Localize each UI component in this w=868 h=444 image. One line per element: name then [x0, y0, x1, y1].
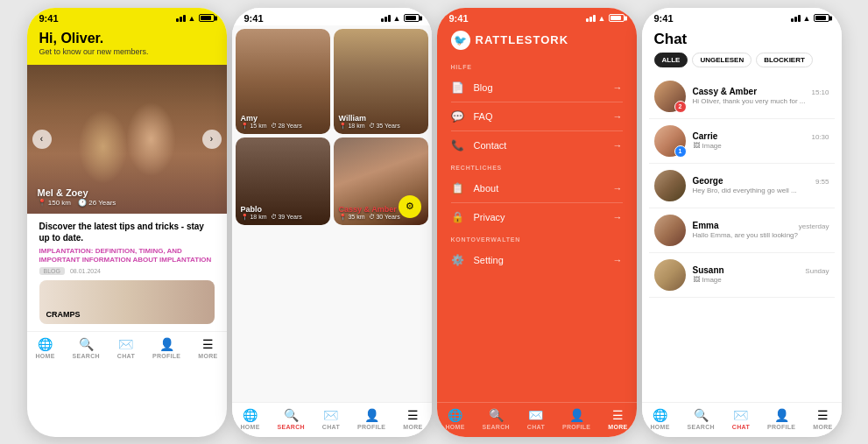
chat-item-susann[interactable]: Susann Sunday 🖼 Image: [649, 253, 835, 298]
chat-item-carrie[interactable]: 1 Carrie 10:30 🖼 Image: [649, 119, 835, 164]
nav-profile-2[interactable]: 👤 PROFILE: [357, 408, 385, 430]
home-header: Hi, Oliver. Get to know our new members.: [27, 25, 227, 65]
nav-profile-4[interactable]: 👤 PROFILE: [767, 408, 795, 430]
rattlestork-logo: 🐦: [451, 31, 470, 50]
nav-home-2[interactable]: 🌐 HOME: [240, 408, 259, 430]
chat-item-emma[interactable]: Emma yesterday Hallo Emma, are you still…: [649, 208, 835, 253]
chat-icon-1: ✉️: [118, 337, 133, 351]
menu-content: HILFE 📄 Blog → 💬 FAQ → 📞 Contact: [437, 59, 637, 402]
status-bar-2: 9:41 ▲: [232, 8, 432, 25]
nav-search-4[interactable]: 🔍 SEARCH: [688, 408, 715, 430]
nav-search-label-2: SEARCH: [278, 424, 305, 430]
phone-screen-3: 9:41 ▲ .screen3 .battery::after{backgrou…: [437, 8, 637, 437]
pablo-meta: 📍 18 km ⏱ 39 Years: [241, 214, 302, 221]
filter-alle[interactable]: ALLE: [654, 53, 688, 67]
chat-name-susann: Susann: [693, 265, 724, 275]
nav-profile-3[interactable]: 👤 PROFILE: [562, 408, 590, 430]
profile-william[interactable]: William 📍 18 km ⏱ 35 Years: [334, 29, 428, 134]
profile-pablo[interactable]: Pablo 📍 18 km ⏱ 39 Years: [236, 137, 330, 225]
menu-blog[interactable]: 📄 Blog →: [451, 74, 623, 102]
chat-name-cassy-amber: Cassy & Amber: [693, 87, 758, 96]
pablo-distance: 📍 18 km: [241, 214, 267, 221]
setting-arrow: →: [613, 255, 623, 265]
nav-search-2[interactable]: 🔍 SEARCH: [278, 408, 305, 430]
chat-name-row-carrie: Carrie 10:30: [693, 131, 829, 141]
chat-icon-3: ✉️: [528, 408, 543, 422]
william-distance: 📍 18 km: [339, 123, 365, 130]
menu-about[interactable]: 📋 About →: [451, 174, 623, 203]
nav-more-2[interactable]: ☰ MORE: [403, 408, 422, 430]
nav-more-label-4: MORE: [813, 424, 832, 430]
signal-icon: [176, 15, 186, 22]
chat-info-cassy-amber: Cassy & Amber 15:10 Hi Oliver, thank you…: [693, 87, 829, 105]
nav-search-1[interactable]: 🔍 SEARCH: [73, 337, 100, 359]
nav-chat-4[interactable]: ✉️ CHAT: [732, 408, 750, 430]
battery-icon-2: [404, 14, 420, 22]
chat-preview-emma: Hallo Emma, are you still looking?: [693, 231, 829, 239]
carousel-prev-button[interactable]: ‹: [32, 130, 52, 149]
nav-profile-label-4: PROFILE: [767, 424, 795, 430]
nav-profile-1[interactable]: 👤 PROFILE: [152, 337, 180, 359]
nav-home-4[interactable]: 🌐 HOME: [650, 408, 669, 430]
home-icon-4: 🌐: [653, 408, 667, 422]
chat-item-cassy-amber[interactable]: 2 Cassy & Amber 15:10 Hi Oliver, thank y…: [649, 74, 835, 119]
menu-faq[interactable]: 💬 FAQ →: [451, 102, 623, 131]
article-title-link[interactable]: IMPLANTATION: DEFINITION, TIMING, AND IM…: [39, 247, 215, 265]
status-icons-1: ▲: [176, 14, 215, 23]
faq-icon: 💬: [451, 110, 465, 123]
carousel-distance: 📍 150 km: [38, 199, 71, 207]
nav-chat-2[interactable]: ✉️ CHAT: [322, 408, 340, 430]
nav-search-3[interactable]: 🔍 SEARCH: [483, 408, 510, 430]
nav-more-1[interactable]: ☰ MORE: [198, 337, 217, 359]
filter-ungelesen[interactable]: UNGELESEN: [692, 53, 752, 67]
nav-more-4[interactable]: ☰ MORE: [813, 408, 832, 430]
home-icon-3: 🌐: [448, 408, 462, 422]
cramps-label: CRAMPS: [46, 310, 81, 319]
rattlestork-header: 🐦 RATTLESTORK: [437, 25, 637, 59]
chat-item-george[interactable]: George 9:55 Hey Bro, did everything go w…: [649, 164, 835, 208]
nav-home-1[interactable]: 🌐 HOME: [35, 337, 54, 359]
nav-chat-1[interactable]: ✉️ CHAT: [117, 337, 135, 359]
avatar-george: [654, 170, 686, 201]
contact-arrow: →: [613, 140, 623, 151]
carousel-name: Mel & Zoey: [38, 187, 116, 198]
chat-header: Chat ALLE UNGELESEN BLOCKIERT: [642, 25, 842, 74]
menu-privacy[interactable]: 🔒 Privacy →: [451, 203, 623, 231]
filter-blockiert[interactable]: BLOCKIERT: [756, 53, 813, 67]
profile-icon-1: 👤: [159, 337, 174, 351]
menu-setting[interactable]: ⚙️ Setting →: [451, 246, 623, 274]
menu-contact[interactable]: 📞 Contact →: [451, 131, 623, 159]
nav-more-label-1: MORE: [198, 353, 217, 359]
william-info: William 📍 18 km ⏱ 35 Years: [339, 114, 400, 130]
blog-icon: 📄: [451, 81, 465, 94]
blog-label: BLOG: [39, 267, 65, 275]
profile-carousel[interactable]: ‹ › Mel & Zoey 📍 150 km 🕐 26 Years: [27, 65, 227, 214]
carousel-next-button[interactable]: ›: [202, 130, 222, 149]
about-label: About: [474, 183, 499, 194]
william-name: William: [339, 114, 400, 123]
search-icon-1: 🔍: [79, 337, 94, 351]
bottom-nav-4: 🌐 HOME 🔍 SEARCH ✉️ CHAT 👤 PROFILE ☰ MORE: [642, 402, 842, 437]
privacy-item-left: 🔒 Privacy: [451, 211, 505, 223]
setting-icon: ⚙️: [451, 254, 465, 266]
chat-preview-susann: 🖼 Image: [693, 276, 829, 284]
faq-label: FAQ: [474, 111, 493, 122]
profile-amy[interactable]: Amy 📍 15 km ⏱ 28 Years: [236, 29, 330, 134]
nav-profile-label-1: PROFILE: [152, 353, 180, 359]
home-icon: 🌐: [38, 337, 53, 351]
kontoverwalten-section: KONTOVERWALTEN ⚙️ Setting →: [437, 231, 637, 274]
profile-cassy-amber[interactable]: Cassy & Amber 📍 35 km ⏱ 30 Years ⚙: [334, 137, 428, 225]
cramps-card[interactable]: CRAMPS: [39, 280, 215, 324]
nav-chat-3[interactable]: ✉️ CHAT: [527, 408, 545, 430]
blog-item-left: 📄 Blog: [451, 81, 493, 94]
more-icon-4: ☰: [817, 408, 829, 422]
status-bar-1: 9:41 ▲: [27, 8, 227, 25]
chat-preview-cassy-amber: Hi Oliver, thank you very much for ...: [693, 97, 829, 105]
nav-more-3[interactable]: ☰ MORE: [608, 408, 627, 430]
pablo-age: ⏱ 39 Years: [271, 214, 302, 221]
status-bar-4: 9:41 ▲: [642, 8, 842, 25]
phone-screen-4: 9:41 ▲ Chat ALLE UNGELESEN BLOCKIERT 2: [642, 8, 842, 437]
status-icons-4: ▲: [791, 14, 829, 23]
filter-button[interactable]: ⚙: [399, 195, 421, 218]
nav-home-3[interactable]: 🌐 HOME: [445, 408, 464, 430]
